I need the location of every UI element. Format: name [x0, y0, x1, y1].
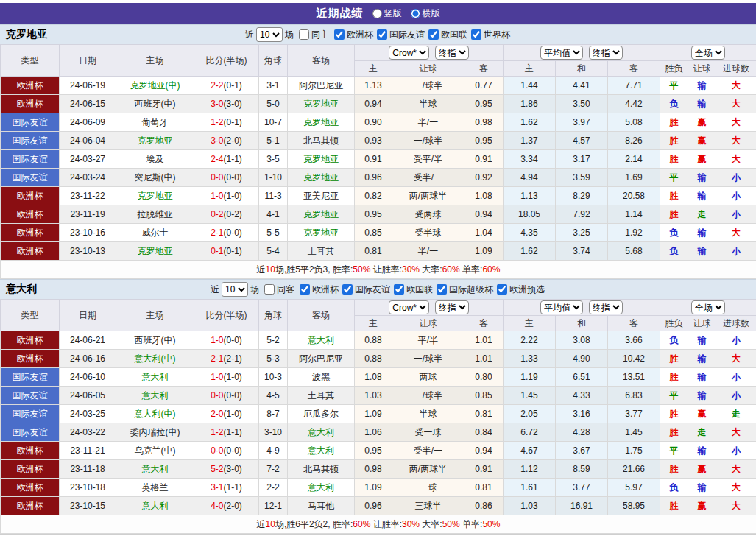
result-winloss: 胜: [660, 350, 688, 368]
result-handicap: 走: [688, 205, 716, 224]
result-goals: 小: [716, 331, 756, 350]
match-count-select[interactable]: 10: [222, 282, 248, 297]
league-checkbox-input[interactable]: [437, 284, 447, 295]
summary-segment: 60%: [442, 264, 460, 275]
team-name: 克罗地亚: [6, 28, 47, 41]
matches-table: 类型 日期 主场 比分(半场) 角球 客场 Crow* 终指 平均值 终指 全场: [0, 299, 756, 534]
layout-vertical-radio-input[interactable]: [372, 9, 382, 18]
league-checkbox-input[interactable]: [334, 29, 345, 40]
avg-draw-odds: 3.16: [556, 405, 608, 423]
league-checkbox[interactable]: 欧洲杯: [331, 29, 373, 41]
avg-final-index-select[interactable]: 终指: [589, 300, 623, 314]
match-row: 欧洲杯23-11-19拉脱维亚0-2(0-2)4-1克罗地亚0.95受两球0.9…: [1, 205, 756, 224]
summary-text: 近10场,胜5平2负3, 胜率:50% 让胜率:30% 大率:60% 单率:60…: [257, 264, 501, 275]
league-checkbox[interactable]: 欧国联: [391, 283, 433, 296]
match-type: 欧洲杯: [1, 460, 60, 479]
away-team: 北马其顿: [288, 132, 355, 150]
crow-odds-header: Crow* 终指: [355, 300, 504, 316]
crow-handicap: 受半球: [392, 224, 464, 242]
match-type: 欧洲杯: [1, 205, 60, 224]
match-date: 23-11-21: [60, 442, 116, 460]
crow-odds-header: Crow* 终指: [355, 45, 504, 61]
league-checkbox-input[interactable]: [300, 284, 310, 295]
summary-segment: 场,胜5平2负3, 胜率:: [275, 264, 353, 275]
league-checkbox-input[interactable]: [497, 284, 507, 295]
summary-segment: 10: [266, 519, 275, 529]
match-count-select[interactable]: 10: [256, 27, 283, 42]
crow-home-odds: 0.82: [355, 187, 392, 205]
fulltime-score: 1-2: [211, 427, 223, 437]
league-checkbox[interactable]: 国际友谊: [374, 29, 425, 41]
league-checkbox-input[interactable]: [471, 29, 481, 40]
fullmatch-select[interactable]: 全场: [691, 46, 725, 60]
fulltime-score: 4-0: [211, 501, 223, 511]
result-handicap: 赢: [688, 460, 716, 479]
match-type: 国际友谊: [1, 387, 60, 405]
match-date: 24-06-09: [60, 113, 116, 132]
avg-away-odds: 8.26: [608, 132, 660, 150]
avg-away-odds: 5.68: [608, 242, 660, 261]
avg-draw-odds: 3.17: [556, 150, 608, 169]
avg-home-odds: 1.62: [504, 113, 556, 132]
corner-score: 5-3: [259, 350, 288, 368]
avg-draw-odds: 4.90: [556, 350, 608, 368]
same-venue-checkbox[interactable]: 同主: [296, 29, 329, 41]
fullmatch-select[interactable]: 全场: [691, 300, 725, 314]
summary-segment: 50%: [442, 519, 460, 529]
layout-horizontal-radio[interactable]: 横版: [411, 7, 440, 20]
crow-away-odds: 1.01: [464, 331, 504, 350]
same-venue-checkbox[interactable]: 同客: [261, 283, 294, 296]
avg-value-select[interactable]: 平均值: [540, 46, 583, 60]
league-checkbox-input[interactable]: [394, 284, 404, 295]
score: 0-1(0-1): [194, 242, 259, 261]
crow-final-index-select[interactable]: 终指: [435, 46, 469, 60]
match-row: 欧洲杯23-10-18英格兰3-1(1-1)2-2意大利1.09一球0.811.…: [1, 479, 756, 497]
crow-home-odds: 0.85: [355, 224, 392, 242]
same-venue-input[interactable]: [264, 284, 275, 295]
crow-handicap: 一/球半: [392, 350, 464, 368]
avg-away-odds: 20.58: [608, 187, 660, 205]
avg-home-odds: 1.12: [504, 460, 556, 479]
away-team: 土耳其: [288, 387, 355, 405]
summary-row: 近10场,胜5平2负3, 胜率:50% 让胜率:30% 大率:60% 单率:60…: [1, 261, 756, 279]
home-team: 委内瑞拉(中): [116, 423, 194, 442]
league-checkbox-input[interactable]: [342, 284, 353, 295]
crow-away-odds: 0.95: [464, 95, 504, 113]
crow-handicap: 半球: [392, 405, 464, 423]
crow-home-odds: 0.88: [355, 331, 392, 350]
same-venue-label: 同客: [277, 283, 294, 296]
away-team: 土耳其: [288, 242, 355, 261]
match-row: 国际友谊24-03-25意大利(中)2-0(1-0)8-7厄瓜多尔1.09半球0…: [1, 405, 756, 423]
avg-home-odds: 1.33: [504, 350, 556, 368]
avg-draw-odds: 4.41: [556, 77, 608, 95]
layout-vertical-radio[interactable]: 竖版: [372, 7, 402, 20]
match-date: 24-06-05: [60, 387, 116, 405]
halftime-score: (0-0): [224, 228, 242, 238]
team-section-croatia: 克罗地亚 近 10 场 同主 欧洲杯国际友谊欧国联世界杯 类型 日期 主场 比分…: [0, 24, 756, 279]
halftime-score: (0-0): [224, 445, 242, 456]
crow-away-odds: 0.94: [464, 442, 504, 460]
result-handicap: 赢: [688, 113, 716, 132]
league-checkbox[interactable]: 世界杯: [468, 29, 510, 41]
avg-draw-odds: 16.91: [556, 497, 608, 515]
avg-value-select[interactable]: 平均值: [540, 300, 583, 314]
corner-score: 4-9: [259, 442, 288, 460]
league-checkbox[interactable]: 欧洲预选: [494, 283, 545, 296]
league-checkbox[interactable]: 国际超级杯: [434, 283, 493, 296]
match-type: 欧洲杯: [1, 77, 60, 95]
avg-away-odds: 58.95: [608, 497, 660, 515]
avg-final-index-select[interactable]: 终指: [589, 46, 623, 60]
summary-text: 近10场,胜6平2负2, 胜率:60% 让胜率:30% 大率:50% 单率:50…: [257, 519, 501, 529]
crow-final-index-select[interactable]: 终指: [435, 300, 469, 314]
league-checkbox[interactable]: 欧洲杯: [297, 283, 339, 296]
league-checkbox-input[interactable]: [377, 29, 387, 40]
result-winloss: 胜: [660, 497, 688, 515]
league-checkbox[interactable]: 欧国联: [425, 29, 467, 41]
league-checkbox-input[interactable]: [428, 29, 439, 40]
same-venue-input[interactable]: [299, 29, 309, 40]
odds-company-select[interactable]: Crow*: [389, 300, 429, 314]
league-checkbox[interactable]: 国际友谊: [339, 283, 390, 296]
odds-company-select[interactable]: Crow*: [389, 46, 429, 60]
layout-horizontal-radio-input[interactable]: [411, 9, 420, 18]
crow-away-odds: 0.77: [464, 77, 504, 95]
